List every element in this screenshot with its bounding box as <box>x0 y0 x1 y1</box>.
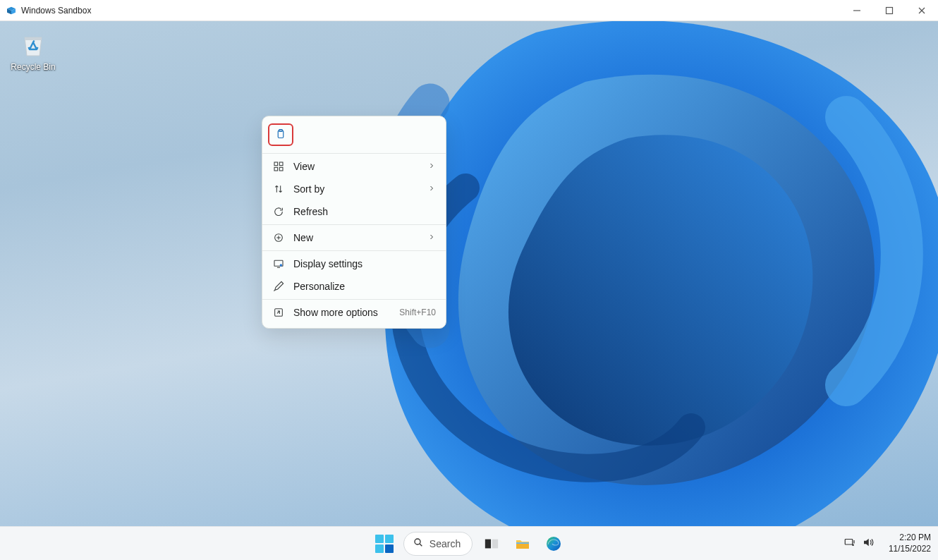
menu-show-more-shortcut: Shift+F10 <box>399 308 436 317</box>
menu-personalize[interactable]: Personalize <box>262 275 446 298</box>
menu-refresh-label: Refresh <box>293 206 328 217</box>
svg-rect-8 <box>279 162 283 166</box>
display-icon <box>272 257 285 270</box>
recycle-bin-icon <box>18 30 48 59</box>
svg-rect-7 <box>274 162 278 166</box>
svg-point-18 <box>415 539 420 544</box>
maximize-button[interactable] <box>873 0 906 21</box>
chevron-right-icon <box>427 232 436 243</box>
svg-rect-1 <box>887 8 893 14</box>
network-icon <box>843 536 856 552</box>
menu-personalize-label: Personalize <box>293 281 345 292</box>
menu-refresh[interactable]: Refresh <box>262 200 446 223</box>
chevron-right-icon <box>427 161 436 172</box>
more-options-icon <box>272 306 285 319</box>
menu-sort-by[interactable]: Sort by <box>262 178 446 200</box>
menu-new-label: New <box>293 232 313 243</box>
desktop-context-menu: View Sort by Refresh New <box>262 116 446 329</box>
search-icon <box>413 537 424 550</box>
paste-button[interactable] <box>268 123 293 146</box>
personalize-icon <box>272 280 285 293</box>
svg-rect-4 <box>25 37 42 40</box>
clock-date: 11/15/2022 <box>889 544 931 555</box>
file-explorer-button[interactable] <box>511 532 535 556</box>
svg-rect-22 <box>516 542 529 544</box>
minimize-button[interactable] <box>841 0 873 21</box>
svg-line-19 <box>420 544 422 546</box>
menu-display-settings-label: Display settings <box>293 258 363 269</box>
svg-rect-21 <box>492 539 498 548</box>
folder-icon <box>514 535 531 552</box>
menu-display-settings[interactable]: Display settings <box>262 252 446 275</box>
new-icon <box>272 231 285 244</box>
system-tray: 2:20 PM 11/15/2022 <box>839 527 931 560</box>
chevron-right-icon <box>427 183 436 195</box>
taskbar-search[interactable]: Search <box>403 532 473 556</box>
menu-show-more-label: Show more options <box>293 307 378 318</box>
recycle-bin-label: Recycle Bin <box>8 62 58 72</box>
search-label: Search <box>430 538 461 549</box>
sandbox-app-icon <box>6 5 17 16</box>
recycle-bin[interactable]: Recycle Bin <box>8 30 58 72</box>
tray-status-area[interactable] <box>839 533 879 554</box>
edge-button[interactable] <box>542 532 566 556</box>
menu-view-label: View <box>293 161 315 172</box>
menu-view[interactable]: View <box>262 155 446 178</box>
menu-show-more-options[interactable]: Show more options Shift+F10 <box>262 301 446 324</box>
svg-rect-9 <box>274 167 278 171</box>
svg-point-16 <box>280 264 282 266</box>
start-button[interactable] <box>372 532 396 556</box>
volume-icon <box>862 536 875 552</box>
svg-rect-20 <box>485 539 491 548</box>
sort-icon <box>272 183 285 195</box>
edge-icon <box>545 535 562 552</box>
windows-logo-icon <box>375 535 394 553</box>
desktop[interactable]: Recycle Bin View Sort by <box>0 21 938 526</box>
svg-rect-10 <box>279 167 283 171</box>
svg-rect-24 <box>845 540 853 545</box>
clock-time: 2:20 PM <box>889 532 931 544</box>
menu-new[interactable]: New <box>262 226 446 249</box>
refresh-icon <box>272 205 285 218</box>
window-titlebar: Windows Sandbox <box>0 0 938 21</box>
task-view-icon <box>484 536 499 552</box>
menu-sort-by-label: Sort by <box>293 183 324 195</box>
window-controls <box>841 0 938 21</box>
view-icon <box>272 160 285 173</box>
taskbar: Search <box>0 526 938 560</box>
taskbar-clock[interactable]: 2:20 PM 11/15/2022 <box>884 532 931 554</box>
svg-point-25 <box>853 544 854 546</box>
task-view-button[interactable] <box>480 532 504 556</box>
window-title: Windows Sandbox <box>21 6 91 16</box>
close-button[interactable] <box>906 0 938 21</box>
